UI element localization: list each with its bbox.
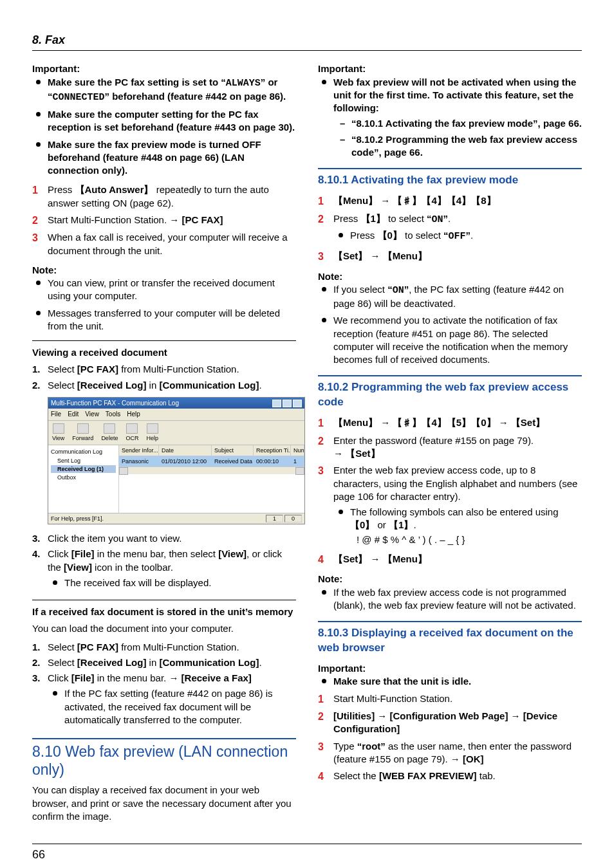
blue-divider: [32, 738, 296, 739]
grid-row[interactable]: Panasonic 01/01/2010 12:00 Received Data…: [119, 456, 304, 466]
stored-step: 2. Select [Received Log] in [Communicati…: [32, 656, 296, 669]
subsection-heading: 8.10.2 Programming the web fax preview a…: [318, 380, 582, 410]
sub-bullet: If the PC fax setting (feature #442 on p…: [64, 687, 296, 726]
toolbar-delete-button[interactable]: Delete: [101, 423, 118, 442]
note-label: Note:: [32, 264, 296, 277]
grid-header-cell[interactable]: Numbe...: [291, 445, 304, 456]
sub-dash-item: “8.10.2 Programming the web fax preview …: [351, 133, 582, 160]
step-row: 3 Enter the web fax preview access code,…: [318, 464, 582, 549]
toolbar-view-button[interactable]: View: [52, 423, 64, 442]
minimize-icon[interactable]: [272, 400, 281, 407]
paragraph: You can display a received fax document …: [32, 784, 296, 823]
subsection-heading: 8.10.1 Activating the fax preview mode: [318, 173, 582, 188]
step-row: 1 Press 【Auto Answer】 repeatedly to turn…: [32, 183, 296, 210]
main-steps: 1 Press 【Auto Answer】 repeatedly to turn…: [32, 183, 296, 257]
note-list: If you select “ON”, the PC fax setting (…: [318, 283, 582, 367]
important-list: Make sure the PC fax setting is set to “…: [32, 76, 296, 178]
viewing-steps-cont: 3. Click the item you want to view. 4. C…: [32, 532, 296, 592]
important-label: Important:: [318, 62, 582, 75]
menu-item[interactable]: View: [85, 410, 99, 419]
steps-8101: 1 【Menu】 → 【♯】【4】【4】【8】 2 Press 【1】 to s…: [318, 194, 582, 264]
app-screenshot: Multi-Function PC FAX - Communication Lo…: [48, 397, 305, 524]
blue-divider: [318, 168, 582, 169]
tree-item-selected[interactable]: Received Log (1): [51, 465, 116, 473]
important-item: Make sure that the unit is idle.: [333, 675, 582, 688]
viewing-step: 4. Click [File] in the menu bar, then se…: [32, 548, 296, 592]
note-item: If the web fax preview access code is no…: [333, 586, 582, 613]
note-item: Messages transferred to your computer wi…: [48, 307, 296, 333]
window-titlebar: Multi-Function PC FAX - Communication Lo…: [48, 398, 304, 409]
sub-bullet: The received fax will be displayed.: [64, 577, 296, 589]
viewing-step: 1. Select [PC FAX] from Multi-Function S…: [32, 363, 296, 376]
status-text: For Help, press [F1].: [51, 515, 104, 522]
grid-header: Sender Infor... Date Subject Reception T…: [119, 445, 304, 456]
thin-divider: [32, 600, 296, 600]
blue-divider: [318, 375, 582, 376]
tree-item[interactable]: Outbox: [51, 474, 116, 481]
window-title: Multi-Function PC FAX - Communication Lo…: [51, 399, 179, 408]
important-list: Make sure that the unit is idle.: [318, 675, 582, 688]
step-row: 2 Press 【1】 to select “ON”. Press 【0】 to…: [318, 212, 582, 246]
important-item: Make sure the fax preview mode is turned…: [48, 138, 296, 178]
page-header: 8. Fax: [32, 32, 582, 51]
steps-8102: 1 【Menu】 → 【♯】【4】【5】【0】 → 【Set】 2 Enter …: [318, 416, 582, 566]
menu-item[interactable]: File: [51, 410, 61, 419]
viewing-step: 3. Click the item you want to view.: [32, 532, 296, 545]
important-item: Make sure the computer setting for the P…: [48, 108, 296, 134]
sub-bullet: The following symbols can also be entere…: [350, 506, 582, 546]
grid-header-cell[interactable]: Reception Ti...: [254, 445, 291, 456]
grid-cell: 00:00:10: [254, 456, 291, 466]
important-item: Web fax preview will not be activated wh…: [333, 76, 582, 160]
paragraph: You can load the document into your comp…: [32, 622, 296, 635]
menubar: File Edit View Tools Help: [48, 409, 304, 421]
step-row: 3 【Set】 → 【Menu】: [318, 250, 582, 264]
step-row: 1 Start Multi-Function Station.: [318, 692, 582, 706]
stored-step: 3. Click [File] in the menu bar. → [Rece…: [32, 672, 296, 729]
note-list: You can view, print or transfer the rece…: [32, 277, 296, 333]
important-item: Make sure the PC fax setting is set to “…: [48, 76, 296, 105]
toolbar-ocr-button[interactable]: OCR: [126, 423, 138, 442]
menu-item[interactable]: Help: [127, 410, 140, 419]
note-label: Note:: [318, 573, 582, 586]
tree-pane: Communication Log Sent Log Received Log …: [48, 445, 119, 513]
important-list: Web fax preview will not be activated wh…: [318, 76, 582, 160]
tree-root[interactable]: Communication Log: [51, 448, 116, 456]
sub-dash-item: “8.10.1 Activating the fax preview mode”…: [351, 117, 582, 130]
note-list: If the web fax preview access code is no…: [318, 586, 582, 613]
status-count: 1: [266, 515, 283, 522]
symbol-list: ! @ # $ % ^ & ’ ) ( . – _ { }: [350, 533, 582, 546]
toolbar-help-button[interactable]: Help: [146, 423, 158, 442]
step-row: 2 Enter the password (feature #155 on pa…: [318, 434, 582, 461]
maximize-icon[interactable]: [283, 400, 292, 407]
step-row: 2 Start Multi-Function Station. → [PC FA…: [32, 214, 296, 228]
step-row: 2 [Utilities] → [Configuration Web Page]…: [318, 710, 582, 736]
right-column: Important: Web fax preview will not be a…: [318, 62, 582, 828]
view-icon: [53, 423, 64, 434]
help-icon: [147, 423, 158, 434]
subsection-title: If a received fax document is stored in …: [32, 605, 296, 618]
grid-cell: 1: [291, 456, 304, 466]
step-row: 4 Select the [WEB FAX PREVIEW] tab.: [318, 770, 582, 784]
ocr-icon: [126, 423, 138, 434]
grid-header-cell[interactable]: Sender Infor...: [119, 445, 159, 456]
horizontal-scrollbar[interactable]: [119, 466, 304, 474]
menu-item[interactable]: Tools: [106, 410, 120, 419]
viewing-steps: 1. Select [PC FAX] from Multi-Function S…: [32, 363, 296, 392]
note-item: We recommend you to activate the notific…: [333, 314, 582, 366]
steps-8103: 1 Start Multi-Function Station. 2 [Utili…: [318, 692, 582, 784]
subsection-heading: 8.10.3 Displaying a received fax documen…: [318, 626, 582, 656]
thin-divider: [32, 340, 296, 341]
note-item: If you select “ON”, the PC fax setting (…: [333, 283, 582, 311]
grid-header-cell[interactable]: Subject: [212, 445, 254, 456]
menu-item[interactable]: Edit: [68, 410, 79, 419]
step-row: 1 【Menu】 → 【♯】【4】【4】【8】: [318, 194, 582, 208]
sub-bullet: Press 【0】 to select “OFF”.: [350, 229, 582, 243]
statusbar: For Help, press [F1]. 10: [48, 513, 304, 524]
window-buttons: [272, 400, 302, 407]
toolbar-forward-button[interactable]: Forward: [72, 423, 93, 442]
close-icon[interactable]: [293, 400, 302, 407]
blue-divider: [318, 621, 582, 622]
tree-item[interactable]: Sent Log: [51, 457, 116, 465]
forward-icon: [77, 423, 89, 434]
grid-header-cell[interactable]: Date: [159, 445, 212, 456]
